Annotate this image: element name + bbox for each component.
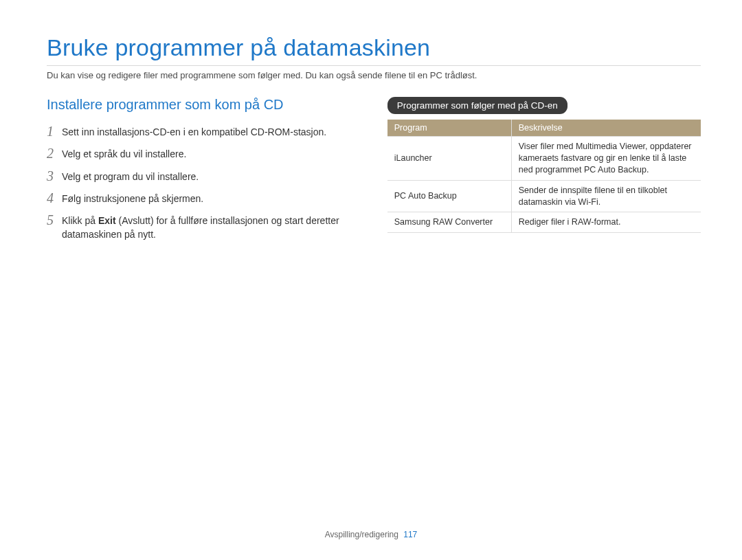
step-number: 5 xyxy=(47,212,62,227)
step-item: 2 Velg et språk du vil installere. xyxy=(47,146,367,161)
step-number: 1 xyxy=(47,124,62,139)
table-header-program: Program xyxy=(387,120,512,137)
intro-text: Du kan vise og redigere filer med progra… xyxy=(47,70,701,80)
table-header-description: Beskrivelse xyxy=(511,120,701,137)
right-column: Programmer som følger med på CD-en Progr… xyxy=(387,97,701,249)
step-number: 4 xyxy=(47,190,62,205)
title-rule xyxy=(47,65,701,66)
step-item: 5 Klikk på Exit (Avslutt) for å fullføre… xyxy=(47,212,367,242)
table-row: PC Auto Backup Sender de innspilte filen… xyxy=(387,180,701,212)
table-row: iLauncher Viser filer med Multimedia Vie… xyxy=(387,137,701,181)
page-title: Bruke programmer på datamaskinen xyxy=(47,34,701,61)
step-text: Velg et språk du vil installere. xyxy=(62,146,186,161)
table-row: Samsung RAW Converter Rediger filer i RA… xyxy=(387,212,701,233)
install-subheading: Installere programmer som kom på CD xyxy=(47,97,367,113)
cell-description: Sender de innspilte filene til en tilkob… xyxy=(511,180,701,212)
step-item: 1 Sett inn installasjons-CD-en i en komp… xyxy=(47,124,367,139)
left-column: Installere programmer som kom på CD 1 Se… xyxy=(47,97,367,249)
document-page: Bruke programmer på datamaskinen Du kan … xyxy=(0,0,742,560)
footer-section: Avspilling/redigering xyxy=(325,530,398,539)
page-footer: Avspilling/redigering 117 xyxy=(0,530,742,539)
cell-program: iLauncher xyxy=(387,137,512,181)
step-text-bold: Exit xyxy=(98,215,116,226)
step-text: Sett inn installasjons-CD-en i en kompat… xyxy=(62,124,326,139)
step-number: 2 xyxy=(47,146,62,161)
install-steps: 1 Sett inn installasjons-CD-en i en komp… xyxy=(47,124,367,242)
step-text: Følg instruksjonene på skjermen. xyxy=(62,190,203,205)
step-number: 3 xyxy=(47,168,62,183)
step-text-pre: Klikk på xyxy=(62,215,98,226)
footer-page-number: 117 xyxy=(403,530,417,539)
cell-description: Viser filer med Multimedia Viewer, oppda… xyxy=(511,137,701,181)
programs-table: Program Beskrivelse iLauncher Viser file… xyxy=(387,120,701,233)
step-text: Velg et program du vil installere. xyxy=(62,168,199,183)
step-text: Klikk på Exit (Avslutt) for å fullføre i… xyxy=(62,212,367,242)
two-column-layout: Installere programmer som kom på CD 1 Se… xyxy=(47,97,701,249)
cell-program: Samsung RAW Converter xyxy=(387,212,512,233)
step-item: 3 Velg et program du vil installere. xyxy=(47,168,367,183)
cell-program: PC Auto Backup xyxy=(387,180,512,212)
programs-pill-heading: Programmer som følger med på CD-en xyxy=(387,97,567,114)
step-item: 4 Følg instruksjonene på skjermen. xyxy=(47,190,367,205)
cell-description: Rediger filer i RAW-format. xyxy=(511,212,701,233)
